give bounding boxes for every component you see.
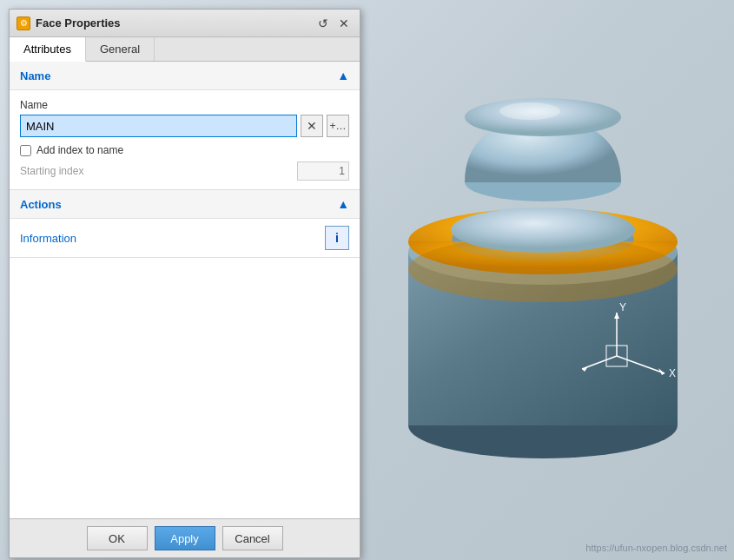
content-spacer bbox=[10, 258, 360, 518]
svg-point-9 bbox=[499, 102, 560, 120]
tab-attributes[interactable]: Attributes bbox=[10, 37, 86, 62]
name-section: Name ▲ Name ✕ +… Add index to name Start… bbox=[10, 62, 360, 190]
information-label: Information bbox=[20, 232, 76, 245]
name-section-body: Name ✕ +… Add index to name Starting ind… bbox=[10, 90, 360, 189]
reset-button[interactable]: ↺ bbox=[314, 15, 332, 32]
name-section-title: Name bbox=[20, 69, 50, 82]
add-index-checkbox-row: Add index to name bbox=[20, 144, 349, 156]
name-field-label: Name bbox=[20, 99, 349, 111]
name-input-row: ✕ +… bbox=[20, 115, 349, 137]
name-input[interactable] bbox=[20, 115, 297, 137]
watermark: https://ufun-nxopen.blog.csdn.net bbox=[585, 543, 727, 553]
close-button[interactable]: ✕ bbox=[335, 15, 353, 32]
name-section-collapse[interactable]: ▲ bbox=[337, 69, 349, 82]
face-properties-dialog: ⚙ Face Properties ↺ ✕ Attributes General… bbox=[9, 9, 360, 558]
actions-section-header: Actions ▲ bbox=[10, 190, 360, 219]
svg-text:Y: Y bbox=[619, 301, 626, 313]
dialog-footer: OK Apply Cancel bbox=[10, 518, 360, 557]
svg-text:X: X bbox=[669, 367, 676, 379]
svg-point-6 bbox=[451, 208, 635, 253]
title-buttons: ↺ ✕ bbox=[314, 15, 353, 32]
starting-index-label: Starting index bbox=[20, 165, 290, 177]
actions-section-collapse[interactable]: ▲ bbox=[337, 197, 349, 211]
clear-name-button[interactable]: ✕ bbox=[301, 115, 323, 137]
starting-index-input[interactable] bbox=[297, 161, 349, 181]
add-name-button[interactable]: +… bbox=[327, 115, 349, 137]
dialog-content: Name ▲ Name ✕ +… Add index to name Start… bbox=[10, 62, 360, 518]
dialog-icon: ⚙ bbox=[17, 16, 30, 30]
title-bar: ⚙ Face Properties ↺ ✕ bbox=[10, 10, 360, 37]
starting-index-row: Starting index bbox=[20, 161, 349, 181]
add-index-label: Add index to name bbox=[36, 144, 123, 156]
information-button[interactable]: i bbox=[325, 226, 349, 250]
name-section-header: Name ▲ bbox=[10, 62, 360, 90]
actions-section-title: Actions bbox=[20, 198, 62, 211]
dialog-title: Face Properties bbox=[36, 16, 309, 30]
tab-bar: Attributes General bbox=[10, 37, 360, 62]
3d-object: X Y bbox=[369, 17, 717, 506]
tab-general[interactable]: General bbox=[86, 37, 155, 61]
add-index-checkbox[interactable] bbox=[20, 145, 31, 156]
actions-section: Actions ▲ Information i bbox=[10, 190, 360, 258]
ok-button[interactable]: OK bbox=[87, 526, 148, 550]
information-row: Information i bbox=[10, 219, 360, 257]
apply-button[interactable]: Apply bbox=[155, 526, 215, 550]
cancel-button[interactable]: Cancel bbox=[222, 526, 283, 550]
